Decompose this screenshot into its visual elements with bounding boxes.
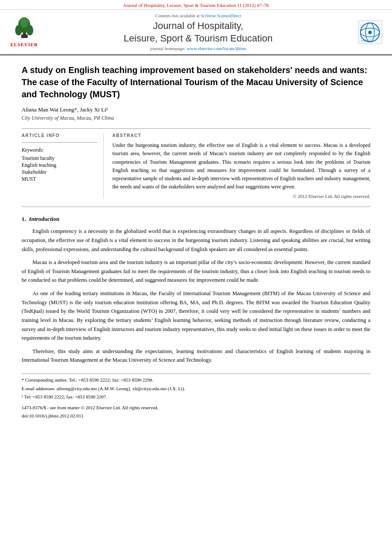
- affiliation: City University of Macau, Macau, PR Chin…: [22, 115, 370, 121]
- elsevier-tree-icon: [13, 17, 36, 41]
- section-1-number: 1.: [22, 216, 26, 222]
- article-info-panel: ARTICLE INFO Keywords: Tourism faculty E…: [22, 133, 104, 199]
- issn-text: 1473-8376/$ - see front matter © 2012 El…: [22, 404, 370, 411]
- sciverse-link[interactable]: SciVerse ScienceDirect: [201, 13, 241, 18]
- keywords-label: Keywords:: [22, 147, 97, 153]
- elsevier-logo: ELSEVIER: [7, 17, 41, 47]
- svg-point-5: [20, 17, 29, 28]
- keywords-list: Tourism faculty English teaching Stakeho…: [22, 155, 97, 182]
- svg-point-4: [26, 25, 33, 35]
- journal-logo-icon: JOHLSTE: [359, 22, 381, 43]
- divider-2: [22, 207, 370, 207]
- article-info-abstract: ARTICLE INFO Keywords: Tourism faculty E…: [22, 133, 370, 199]
- abstract-text: Under the burgeoning tourism industry, t…: [112, 141, 370, 191]
- svg-text:JOHLSTE: JOHLSTE: [361, 39, 371, 42]
- keyword-4: MUST: [22, 176, 97, 182]
- authors-line: Aliana Man Wai Leong*, Jacky Xi Li¹: [22, 106, 370, 113]
- sciverse-line: Contents lists available at SciVerse Sci…: [46, 13, 351, 18]
- section-1-heading: 1. Introduction: [22, 216, 370, 223]
- journal-ref-text: Journal of Hospitality, Leisure, Sport &…: [123, 3, 268, 8]
- svg-point-3: [15, 25, 22, 35]
- main-content: A study on English teaching improvement …: [0, 55, 392, 429]
- keyword-3: Stakeholder: [22, 169, 97, 175]
- journal-reference-bar: Journal of Hospitality, Leisure, Sport &…: [0, 0, 392, 10]
- elsevier-label: ELSEVIER: [10, 42, 38, 47]
- section-1-para-2: Macau is a developed tourism area and th…: [22, 258, 370, 285]
- article-info-heading: ARTICLE INFO: [22, 133, 97, 138]
- journal-header: ELSEVIER Contents lists available at Sci…: [0, 10, 392, 55]
- abstract-heading: ABSTRACT: [112, 133, 370, 138]
- footer-issn: 1473-8376/$ - see front matter © 2012 El…: [22, 404, 370, 420]
- section-1-title: Introduction: [29, 216, 60, 222]
- article-title: A study on English teaching improvement …: [22, 64, 370, 100]
- copyright-line: © 2012 Elsevier Ltd. All rights reserved…: [112, 194, 370, 199]
- footnote-area: * Corresponding author. Tel.: +853 8590 …: [22, 373, 370, 420]
- authors-text: Aliana Man Wai Leong*, Jacky Xi Li¹: [22, 106, 108, 113]
- keyword-1: Tourism faculty: [22, 155, 97, 162]
- abstract-panel: ABSTRACT Under the burgeoning tourism in…: [112, 133, 370, 199]
- doi-text: doi:10.1016/j.jhlste.2012.02.011: [22, 412, 370, 420]
- footnote-li: ¹ Tel: +853 8590 2222; fax: +853 8590 22…: [22, 393, 370, 401]
- journal-center-info: Contents lists available at SciVerse Sci…: [46, 13, 351, 51]
- divider-keywords: [22, 142, 97, 143]
- homepage-url[interactable]: www.elsevier.com/locate/jhlste: [187, 46, 246, 51]
- section-introduction: 1. Introduction English competency is a …: [22, 216, 370, 365]
- divider-1: [22, 128, 370, 129]
- journal-logo-box: JOHLSTE: [358, 20, 382, 44]
- journal-logo-right: JOHLSTE: [355, 20, 385, 44]
- journal-title: Journal of Hospitality, Leisure, Sport &…: [46, 20, 351, 45]
- section-1-para-4: Therefore, this study aims at understand…: [22, 347, 370, 365]
- journal-homepage: journal homepage: www.elsevier.com/locat…: [46, 46, 351, 51]
- footnote-email: E-mail addresses: alleong@city.edu.mo (A…: [22, 385, 370, 392]
- section-1-para-1: English competency is a necessity in the…: [22, 227, 370, 254]
- footnote-corresponding: * Corresponding author. Tel.: +853 8590 …: [22, 376, 370, 384]
- keyword-2: English teaching: [22, 162, 97, 169]
- section-1-para-3: As one of the leading tertiary instituti…: [22, 289, 370, 343]
- svg-point-9: [368, 31, 372, 34]
